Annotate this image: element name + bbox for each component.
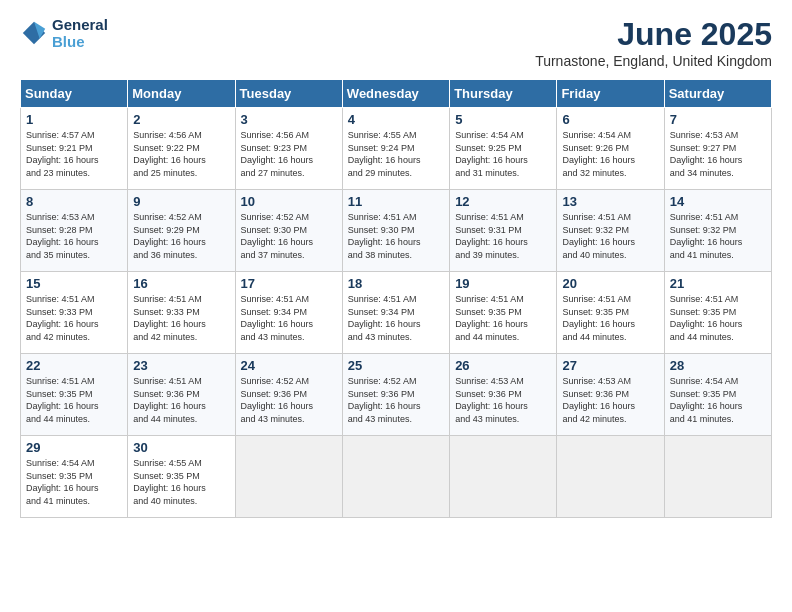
day-number: 2: [133, 112, 229, 127]
day-info: Sunrise: 4:51 AM Sunset: 9:30 PM Dayligh…: [348, 211, 444, 261]
day-info: Sunrise: 4:51 AM Sunset: 9:35 PM Dayligh…: [455, 293, 551, 343]
day-info: Sunrise: 4:51 AM Sunset: 9:34 PM Dayligh…: [348, 293, 444, 343]
calendar-cell: 5Sunrise: 4:54 AM Sunset: 9:25 PM Daylig…: [450, 108, 557, 190]
day-info: Sunrise: 4:57 AM Sunset: 9:21 PM Dayligh…: [26, 129, 122, 179]
calendar-cell: 14Sunrise: 4:51 AM Sunset: 9:32 PM Dayli…: [664, 190, 771, 272]
calendar-cell: 30Sunrise: 4:55 AM Sunset: 9:35 PM Dayli…: [128, 436, 235, 518]
day-info: Sunrise: 4:51 AM Sunset: 9:36 PM Dayligh…: [133, 375, 229, 425]
day-info: Sunrise: 4:53 AM Sunset: 9:36 PM Dayligh…: [455, 375, 551, 425]
calendar-cell: 28Sunrise: 4:54 AM Sunset: 9:35 PM Dayli…: [664, 354, 771, 436]
calendar-cell: 2Sunrise: 4:56 AM Sunset: 9:22 PM Daylig…: [128, 108, 235, 190]
day-number: 13: [562, 194, 658, 209]
day-number: 20: [562, 276, 658, 291]
day-info: Sunrise: 4:51 AM Sunset: 9:31 PM Dayligh…: [455, 211, 551, 261]
day-info: Sunrise: 4:51 AM Sunset: 9:32 PM Dayligh…: [670, 211, 766, 261]
calendar-cell: 16Sunrise: 4:51 AM Sunset: 9:33 PM Dayli…: [128, 272, 235, 354]
day-info: Sunrise: 4:51 AM Sunset: 9:34 PM Dayligh…: [241, 293, 337, 343]
calendar-cell: 19Sunrise: 4:51 AM Sunset: 9:35 PM Dayli…: [450, 272, 557, 354]
calendar-cell: 10Sunrise: 4:52 AM Sunset: 9:30 PM Dayli…: [235, 190, 342, 272]
calendar-cell: 22Sunrise: 4:51 AM Sunset: 9:35 PM Dayli…: [21, 354, 128, 436]
calendar-header-row: Sunday Monday Tuesday Wednesday Thursday…: [21, 80, 772, 108]
day-info: Sunrise: 4:55 AM Sunset: 9:35 PM Dayligh…: [133, 457, 229, 507]
day-info: Sunrise: 4:51 AM Sunset: 9:35 PM Dayligh…: [670, 293, 766, 343]
logo: General Blue: [20, 16, 108, 50]
calendar-cell: 23Sunrise: 4:51 AM Sunset: 9:36 PM Dayli…: [128, 354, 235, 436]
calendar-week-2: 8Sunrise: 4:53 AM Sunset: 9:28 PM Daylig…: [21, 190, 772, 272]
day-info: Sunrise: 4:52 AM Sunset: 9:30 PM Dayligh…: [241, 211, 337, 261]
day-info: Sunrise: 4:51 AM Sunset: 9:33 PM Dayligh…: [26, 293, 122, 343]
calendar-cell: 13Sunrise: 4:51 AM Sunset: 9:32 PM Dayli…: [557, 190, 664, 272]
calendar-cell: 4Sunrise: 4:55 AM Sunset: 9:24 PM Daylig…: [342, 108, 449, 190]
day-number: 9: [133, 194, 229, 209]
calendar-cell: 21Sunrise: 4:51 AM Sunset: 9:35 PM Dayli…: [664, 272, 771, 354]
day-number: 6: [562, 112, 658, 127]
day-number: 4: [348, 112, 444, 127]
calendar-cell: 18Sunrise: 4:51 AM Sunset: 9:34 PM Dayli…: [342, 272, 449, 354]
day-number: 7: [670, 112, 766, 127]
calendar-cell: 29Sunrise: 4:54 AM Sunset: 9:35 PM Dayli…: [21, 436, 128, 518]
day-number: 30: [133, 440, 229, 455]
day-info: Sunrise: 4:54 AM Sunset: 9:26 PM Dayligh…: [562, 129, 658, 179]
day-number: 5: [455, 112, 551, 127]
calendar-table: Sunday Monday Tuesday Wednesday Thursday…: [20, 79, 772, 518]
day-number: 23: [133, 358, 229, 373]
calendar-cell: 7Sunrise: 4:53 AM Sunset: 9:27 PM Daylig…: [664, 108, 771, 190]
calendar-cell: [342, 436, 449, 518]
day-number: 12: [455, 194, 551, 209]
calendar-cell: 8Sunrise: 4:53 AM Sunset: 9:28 PM Daylig…: [21, 190, 128, 272]
day-info: Sunrise: 4:53 AM Sunset: 9:36 PM Dayligh…: [562, 375, 658, 425]
day-info: Sunrise: 4:53 AM Sunset: 9:28 PM Dayligh…: [26, 211, 122, 261]
day-number: 11: [348, 194, 444, 209]
calendar-cell: 9Sunrise: 4:52 AM Sunset: 9:29 PM Daylig…: [128, 190, 235, 272]
day-info: Sunrise: 4:56 AM Sunset: 9:22 PM Dayligh…: [133, 129, 229, 179]
col-friday: Friday: [557, 80, 664, 108]
day-info: Sunrise: 4:51 AM Sunset: 9:32 PM Dayligh…: [562, 211, 658, 261]
day-number: 22: [26, 358, 122, 373]
day-info: Sunrise: 4:54 AM Sunset: 9:35 PM Dayligh…: [670, 375, 766, 425]
day-number: 21: [670, 276, 766, 291]
day-number: 16: [133, 276, 229, 291]
day-info: Sunrise: 4:54 AM Sunset: 9:35 PM Dayligh…: [26, 457, 122, 507]
logo-text: General Blue: [52, 16, 108, 50]
calendar-cell: [557, 436, 664, 518]
header: General Blue June 2025 Turnastone, Engla…: [20, 16, 772, 69]
day-number: 27: [562, 358, 658, 373]
calendar-cell: 11Sunrise: 4:51 AM Sunset: 9:30 PM Dayli…: [342, 190, 449, 272]
month-title: June 2025: [535, 16, 772, 53]
col-wednesday: Wednesday: [342, 80, 449, 108]
day-info: Sunrise: 4:55 AM Sunset: 9:24 PM Dayligh…: [348, 129, 444, 179]
day-info: Sunrise: 4:52 AM Sunset: 9:29 PM Dayligh…: [133, 211, 229, 261]
day-number: 24: [241, 358, 337, 373]
day-number: 3: [241, 112, 337, 127]
calendar-cell: [664, 436, 771, 518]
day-number: 14: [670, 194, 766, 209]
day-info: Sunrise: 4:54 AM Sunset: 9:25 PM Dayligh…: [455, 129, 551, 179]
calendar-week-1: 1Sunrise: 4:57 AM Sunset: 9:21 PM Daylig…: [21, 108, 772, 190]
calendar-cell: 17Sunrise: 4:51 AM Sunset: 9:34 PM Dayli…: [235, 272, 342, 354]
col-thursday: Thursday: [450, 80, 557, 108]
day-number: 19: [455, 276, 551, 291]
day-info: Sunrise: 4:53 AM Sunset: 9:27 PM Dayligh…: [670, 129, 766, 179]
calendar-cell: 15Sunrise: 4:51 AM Sunset: 9:33 PM Dayli…: [21, 272, 128, 354]
calendar-cell: 3Sunrise: 4:56 AM Sunset: 9:23 PM Daylig…: [235, 108, 342, 190]
day-info: Sunrise: 4:52 AM Sunset: 9:36 PM Dayligh…: [348, 375, 444, 425]
calendar-cell: 27Sunrise: 4:53 AM Sunset: 9:36 PM Dayli…: [557, 354, 664, 436]
calendar-cell: 12Sunrise: 4:51 AM Sunset: 9:31 PM Dayli…: [450, 190, 557, 272]
day-number: 28: [670, 358, 766, 373]
calendar-cell: 20Sunrise: 4:51 AM Sunset: 9:35 PM Dayli…: [557, 272, 664, 354]
logo-icon: [20, 19, 48, 47]
col-tuesday: Tuesday: [235, 80, 342, 108]
day-number: 15: [26, 276, 122, 291]
day-info: Sunrise: 4:51 AM Sunset: 9:33 PM Dayligh…: [133, 293, 229, 343]
title-block: June 2025 Turnastone, England, United Ki…: [535, 16, 772, 69]
calendar-cell: 25Sunrise: 4:52 AM Sunset: 9:36 PM Dayli…: [342, 354, 449, 436]
day-number: 8: [26, 194, 122, 209]
calendar-week-3: 15Sunrise: 4:51 AM Sunset: 9:33 PM Dayli…: [21, 272, 772, 354]
day-number: 29: [26, 440, 122, 455]
page: General Blue June 2025 Turnastone, Engla…: [0, 0, 792, 612]
day-number: 17: [241, 276, 337, 291]
day-number: 25: [348, 358, 444, 373]
day-info: Sunrise: 4:51 AM Sunset: 9:35 PM Dayligh…: [562, 293, 658, 343]
col-saturday: Saturday: [664, 80, 771, 108]
calendar-cell: 6Sunrise: 4:54 AM Sunset: 9:26 PM Daylig…: [557, 108, 664, 190]
